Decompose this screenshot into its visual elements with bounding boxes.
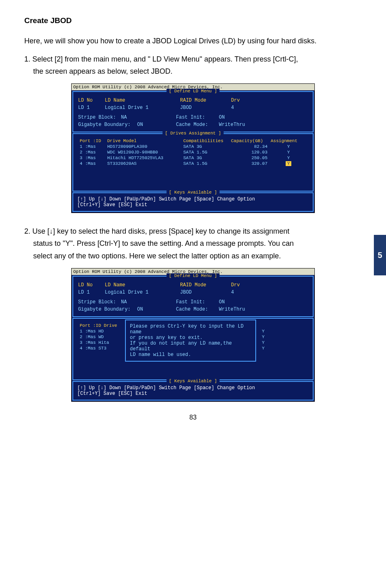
dialog-line-4: LD name will be used. bbox=[130, 352, 251, 358]
col-drv: Drv bbox=[231, 98, 240, 103]
ld-name-prompt-dialog[interactable]: Please press Ctrl-Y key to input the LD … bbox=[125, 320, 256, 362]
stripe-block-value: NA bbox=[121, 115, 174, 120]
drives-assignment-title: [ Drives Assignment ] bbox=[163, 131, 224, 136]
col-compat: Compatibilities bbox=[182, 138, 229, 144]
keys-line-2b: [Ctrl+Y] Save [ESC] Exit bbox=[77, 391, 309, 396]
col-capacity: Capacity(GB) bbox=[229, 138, 269, 144]
col-port: Port :ID bbox=[78, 138, 106, 144]
fast-init-label: Fast Init: bbox=[176, 115, 216, 120]
step-1: 1. Select [2] from the main menu, and " … bbox=[24, 53, 362, 78]
ld-no-value: LD 1 bbox=[78, 105, 102, 111]
keys-line-1: [↑] Up [↓] Down [PaUp/PaDn] Switch Page … bbox=[77, 196, 309, 202]
intro-paragraph: Here, we will show you how to create a J… bbox=[24, 35, 362, 47]
stripe-block-label-2: Stripe Block: bbox=[78, 299, 119, 305]
define-ld-menu-title: [ Define LD Menu ] bbox=[167, 89, 220, 94]
drv-value-2: 4 bbox=[231, 290, 234, 295]
col-raidmode: RAID Mode bbox=[180, 98, 229, 103]
cache-mode-label-2: Cache Mode: bbox=[176, 307, 216, 312]
col-ldno: LD No bbox=[78, 98, 102, 103]
dialog-line-3: If you do not input any LD name,the defa… bbox=[130, 341, 251, 352]
keys-line-2: [Ctrl+Y] Save [ESC] Exit bbox=[77, 202, 309, 208]
drv-value: 4 bbox=[231, 105, 234, 111]
dialog-line-1: Please press Ctrl-Y key to input the LD … bbox=[130, 324, 251, 335]
col-drv-2: Drv bbox=[231, 282, 240, 288]
chapter-tab: 5 bbox=[374, 235, 386, 275]
step-1-line1: 1. Select [2] from the main menu, and " … bbox=[24, 55, 298, 63]
dialog-line-2: or press any key to exit. bbox=[130, 335, 251, 341]
stripe-block-label: Stripe Block: bbox=[78, 115, 119, 120]
ld-no-value-2: LD 1 bbox=[78, 290, 102, 295]
define-ld-menu-title-2: [ Define LD Menu ] bbox=[167, 273, 220, 278]
assignment-highlight[interactable]: Y bbox=[286, 161, 292, 166]
stripe-block-value-2: NA bbox=[121, 299, 174, 305]
bios-screenshot-2: Option ROM Utility (c) 2008 Advanced Mic… bbox=[71, 268, 315, 402]
cache-mode-value-2: WriteThru bbox=[219, 307, 245, 312]
keys-available-title-2: [ Keys Available ] bbox=[167, 379, 220, 383]
drive-row: 2 :Mas WDC WD1200JD-98HBB0 SATA 1.5G 120… bbox=[78, 149, 308, 155]
drive-row: 1 :Mas HDS728090PLA380 SATA 3G 82.34 Y bbox=[78, 144, 308, 149]
fast-init-label-2: Fast Init: bbox=[176, 299, 216, 305]
drives-table: Port :ID Drive Model Compatibilities Cap… bbox=[78, 138, 308, 166]
raid-mode-value: JBOD bbox=[180, 105, 229, 111]
col-ldname-2: LD Name bbox=[105, 282, 178, 288]
gigabyte-boundary-value: ON bbox=[137, 122, 174, 128]
gigabyte-boundary-label-2: Gigabyte Boundary: bbox=[78, 307, 135, 312]
col-ldno-2: LD No bbox=[78, 282, 102, 288]
step-2: 2. Use [↓] key to select the hard disks,… bbox=[24, 225, 362, 262]
col-raidmode-2: RAID Mode bbox=[180, 282, 229, 288]
keys-available-title: [ Keys Available ] bbox=[167, 190, 220, 195]
ld-name-value-2: Logical Drive 1 bbox=[105, 290, 178, 295]
col-assignment: Assignment bbox=[269, 138, 308, 144]
ld-name-value: Logical Drive 1 bbox=[105, 105, 178, 111]
section-heading: Create JBOD bbox=[24, 16, 362, 25]
keys-line-1b: [↑] Up [↓] Down [PaUp/PaDn] Switch Page … bbox=[77, 385, 309, 391]
col-drive-model: Drive Model bbox=[106, 138, 182, 144]
step-1-line2: the screen appears as below, select JBOD… bbox=[24, 65, 362, 78]
gigabyte-boundary-label: Gigabyte Boundary: bbox=[78, 122, 135, 128]
step-2-line2: status to "Y". Press [Ctrl-Y] to save th… bbox=[24, 237, 362, 250]
cache-mode-value: WriteThru bbox=[219, 122, 245, 128]
gigabyte-boundary-value-2: ON bbox=[137, 307, 174, 312]
step-2-line1: 2. Use [↓] key to select the hard disks,… bbox=[24, 227, 289, 235]
cache-mode-label: Cache Mode: bbox=[176, 122, 216, 128]
bios-screenshot-1: Option ROM Utility (c) 2008 Advanced Mic… bbox=[71, 83, 315, 213]
raid-mode-value-2: JBOD bbox=[180, 290, 229, 295]
drive-row: 4 :Mas ST3320620AS SATA 1.5G 320.07 Y bbox=[78, 161, 308, 166]
step-2-line3: select any of the two options. Here we s… bbox=[24, 250, 362, 262]
col-ldname: LD Name bbox=[105, 98, 178, 103]
fast-init-value: ON bbox=[219, 115, 225, 120]
page-number: 83 bbox=[24, 414, 362, 421]
drive-row: 3 :Mas Hitachi HDT725025VLA3 SATA 3G 250… bbox=[78, 155, 308, 161]
fast-init-value-2: ON bbox=[219, 299, 225, 305]
